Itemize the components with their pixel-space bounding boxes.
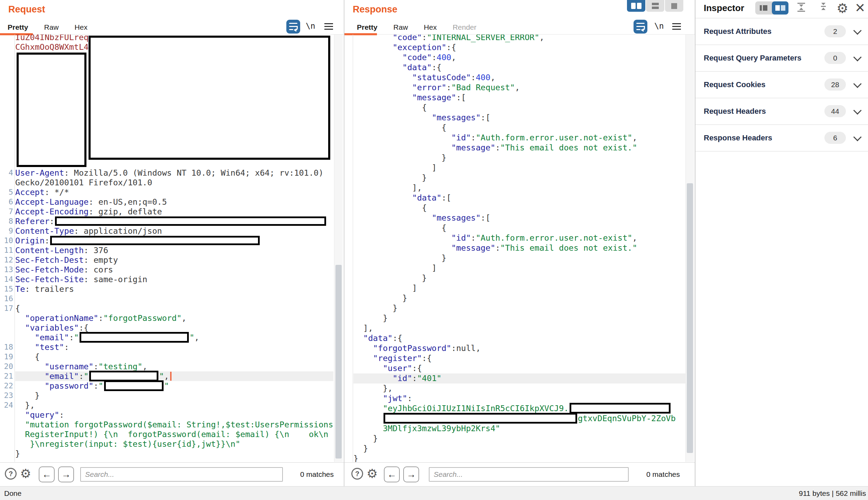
code-line: 18 "test": (15, 342, 333, 352)
close-icon[interactable]: × (855, 0, 865, 17)
prev-match-button[interactable]: ← (39, 466, 55, 482)
next-match-button[interactable]: → (403, 466, 419, 482)
view-toggle-right-icon[interactable] (772, 1, 788, 15)
code-line: "message":[ (353, 93, 685, 103)
burp-repeater-screen: Request PrettyRawHex \n IuZ04INbzFULreqC… (0, 0, 868, 500)
section-label: Request Attributes (704, 27, 772, 36)
word-wrap-icon[interactable] (286, 20, 300, 34)
word-wrap-icon[interactable] (634, 20, 647, 34)
section-count-badge: 6 (824, 132, 846, 144)
gear-icon[interactable]: ⚙ (367, 465, 378, 482)
code-line: "data":[ (353, 193, 685, 203)
code-line: "mutation forgotPassword($email: String!… (15, 420, 333, 429)
tab-render[interactable]: Render (453, 23, 477, 31)
layout-rows-button[interactable] (646, 0, 664, 12)
chevron-down-icon[interactable] (853, 133, 861, 141)
line-number: 24 (0, 400, 13, 410)
collapse-all-icon[interactable] (796, 3, 806, 12)
newline-visibility-icon[interactable]: \n (654, 21, 664, 30)
code-line: 6Accept-Language: en-US,en;q=0.5 (15, 197, 333, 207)
inspector-section-request-attributes[interactable]: Request Attributes2 (695, 18, 868, 45)
timing-text: 911 bytes | 562 millis (799, 489, 866, 498)
inspector-title: Inspector (704, 3, 744, 13)
response-panel: Response PrettyRawHexRender \n "code":"I… (344, 0, 695, 486)
code-line: 14Sec-Fetch-Site: same-origin (15, 275, 333, 284)
line-number: 10 (0, 236, 13, 246)
inspector-section-request-query-parameters[interactable]: Request Query Parameters0 (695, 45, 868, 72)
code-line: 8Referer: (15, 216, 333, 226)
code-line: IuZ04INbzFULreq (15, 35, 333, 42)
redaction-box (17, 53, 86, 167)
tab-hex[interactable]: Hex (75, 23, 87, 31)
search-input[interactable] (429, 467, 629, 482)
scrollbar-thumb[interactable] (687, 183, 693, 453)
code-line: { (353, 223, 685, 233)
request-panel-title: Request (8, 4, 45, 15)
redaction-box (55, 216, 326, 226)
redaction-box (104, 380, 164, 391)
line-number: 9 (0, 226, 13, 236)
request-panel: Request PrettyRawHex \n IuZ04INbzFULreqC… (0, 0, 344, 486)
tab-pretty[interactable]: Pretty (8, 23, 28, 31)
inspector-section-request-cookies[interactable]: Request Cookies28 (695, 71, 868, 98)
chevron-down-icon[interactable] (853, 26, 861, 35)
chevron-down-icon[interactable] (853, 106, 861, 114)
code-line: 11Content-Length: 376 (15, 246, 333, 255)
code-line: 3MDlfjx3mzwL39ybHp2Krs4" (353, 424, 685, 434)
scrollbar-thumb[interactable] (335, 265, 342, 459)
tab-pretty[interactable]: Pretty (357, 23, 378, 31)
redaction-box (570, 403, 671, 414)
chevron-down-icon[interactable] (853, 53, 861, 61)
section-count-badge: 0 (824, 52, 846, 64)
view-toggle-left-icon[interactable] (755, 1, 772, 15)
code-line: "messages":[ (353, 113, 685, 123)
search-input[interactable] (80, 467, 283, 482)
code-line: ], (353, 183, 685, 193)
layout-columns-button[interactable] (627, 0, 645, 12)
gear-icon[interactable]: ⚙ (837, 1, 848, 16)
code-line: "register":{ (353, 353, 685, 363)
redaction-box (50, 236, 260, 245)
newline-visibility-icon[interactable]: \n (306, 21, 315, 30)
tab-raw[interactable]: Raw (394, 23, 408, 31)
code-line: } (353, 253, 685, 263)
code-line: "code":400, (353, 53, 685, 63)
code-line: } (353, 173, 685, 183)
expand-all-icon[interactable] (819, 3, 828, 10)
redaction-box (89, 36, 330, 160)
response-viewer[interactable]: "code":"INTERNAL_SERVER_ERROR", "excepti… (344, 35, 695, 462)
code-line: "query": (15, 410, 333, 420)
hamburger-menu-icon[interactable] (324, 23, 333, 30)
code-line: 15Te: trailers (15, 284, 333, 294)
gutter-divider (15, 35, 15, 462)
request-scrollbar[interactable] (334, 35, 343, 462)
code-line: "email":"", (15, 333, 333, 342)
help-icon[interactable]: ? (351, 468, 363, 480)
code-line: } (353, 293, 685, 303)
code-line: 5Accept: */* (15, 187, 333, 197)
request-editor[interactable]: IuZ04INbzFULreqCGhxmOoQ8WXmtL44User-Agen… (0, 35, 344, 462)
section-count-badge: 44 (824, 105, 846, 117)
code-line: { (353, 123, 685, 133)
tab-hex[interactable]: Hex (424, 23, 437, 31)
code-line: "forgotPassword":null, (353, 343, 685, 353)
response-scrollbar[interactable] (685, 35, 694, 462)
section-count-badge: 28 (824, 78, 846, 91)
inspector-section-request-headers[interactable]: Request Headers44 (695, 98, 868, 125)
code-line: } (353, 303, 685, 313)
code-line: 13Sec-Fetch-Mode: cors (15, 265, 333, 275)
layout-single-button[interactable] (665, 0, 683, 12)
code-line: 12Sec-Fetch-Dest: empty (15, 255, 333, 265)
line-number: 21 (0, 371, 13, 381)
chevron-down-icon[interactable] (853, 80, 861, 88)
line-number: 18 (0, 342, 13, 352)
next-match-button[interactable]: → (58, 466, 74, 482)
line-number: 12 (0, 255, 13, 265)
prev-match-button[interactable]: ← (384, 466, 400, 482)
section-label: Response Headers (704, 133, 772, 142)
help-icon[interactable]: ? (5, 468, 17, 480)
tab-raw[interactable]: Raw (44, 23, 59, 31)
inspector-section-response-headers[interactable]: Response Headers6 (695, 124, 868, 151)
gear-icon[interactable]: ⚙ (20, 465, 31, 482)
hamburger-menu-icon[interactable] (672, 23, 681, 30)
